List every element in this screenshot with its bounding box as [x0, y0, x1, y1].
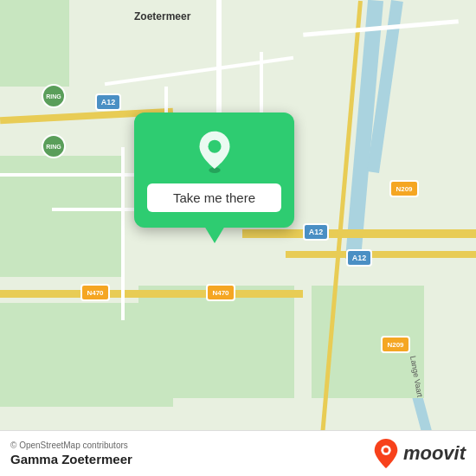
osm-credit: © OpenStreetMap contributors: [10, 441, 132, 450]
road-minor-v1: [121, 147, 125, 320]
green-top-left: [0, 0, 69, 87]
bottom-bar: © OpenStreetMap contributors Gamma Zoete…: [0, 430, 476, 476]
location-name: Gamma Zoetermeer: [10, 452, 132, 466]
location-pin-icon: [193, 130, 236, 173]
road-a12-right2: [286, 251, 476, 258]
n470-badge-1: N470: [80, 284, 110, 301]
moovit-pin-icon: [374, 438, 398, 469]
n470-badge-2: N470: [206, 284, 235, 301]
n209-badge-1: N209: [389, 180, 419, 197]
ring-badge-2: RING: [42, 134, 66, 158]
a12-badge-2: A12: [303, 223, 329, 241]
svg-point-1: [208, 140, 221, 153]
bottom-left-info: © OpenStreetMap contributors Gamma Zoete…: [10, 441, 132, 466]
city-label: Zoetermeer: [134, 10, 190, 23]
moovit-logo: moovit: [374, 438, 466, 469]
a12-badge-1: A12: [95, 93, 121, 111]
road-n470: [0, 290, 303, 298]
popup-card: Take me there: [134, 113, 294, 228]
take-me-there-button[interactable]: Take me there: [147, 183, 281, 212]
green-bottom-center: [138, 286, 294, 398]
svg-point-3: [383, 447, 389, 453]
n209-badge-2: N209: [381, 336, 410, 353]
a12-badge-3: A12: [346, 249, 372, 267]
map-container: Zoetermeer Lange Vaart RING RING A12 A12…: [0, 0, 476, 476]
road-a12-right: [242, 229, 476, 238]
ring-badge-1: RING: [42, 84, 66, 108]
moovit-brand-text: moovit: [403, 442, 466, 465]
